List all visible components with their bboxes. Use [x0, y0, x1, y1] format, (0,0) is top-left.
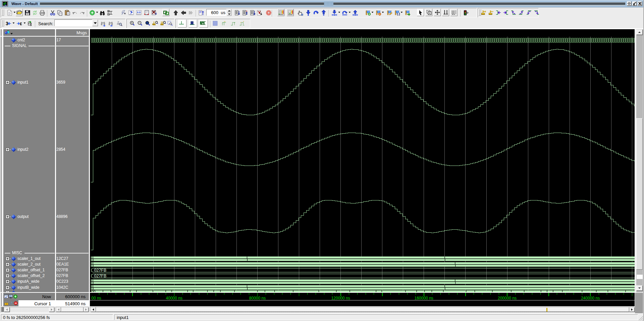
- svg-text:00: 00: [91, 289, 95, 292]
- svg-text:240000 ns: 240000 ns: [581, 296, 600, 301]
- svg-text:00 ns: 00 ns: [91, 296, 101, 301]
- svg-text:ε: ε: [20, 21, 22, 26]
- svg-text:160000 ns: 160000 ns: [414, 296, 433, 301]
- svg-text:40000 ns: 40000 ns: [166, 296, 182, 301]
- svg-text:80000 ns: 80000 ns: [249, 296, 265, 301]
- svg-text:120000 ns: 120000 ns: [331, 296, 350, 301]
- svg-text:200000 ns: 200000 ns: [497, 296, 516, 301]
- svg-text:027FB: 027FB: [94, 268, 106, 273]
- svg-text:027FB: 027FB: [94, 274, 106, 278]
